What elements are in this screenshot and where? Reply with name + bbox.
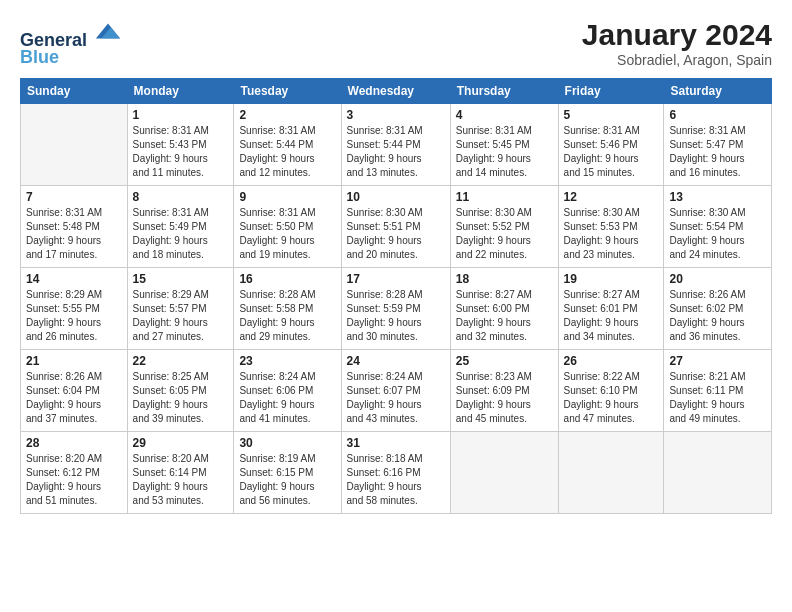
day-info: Sunrise: 8:31 AMSunset: 5:44 PMDaylight:…	[347, 124, 445, 180]
day-number: 23	[239, 354, 335, 368]
calendar-cell: 9Sunrise: 8:31 AMSunset: 5:50 PMDaylight…	[234, 186, 341, 268]
title-block: January 2024 Sobradiel, Aragon, Spain	[582, 18, 772, 68]
logo-icon	[94, 18, 122, 46]
calendar-cell: 16Sunrise: 8:28 AMSunset: 5:58 PMDayligh…	[234, 268, 341, 350]
day-info: Sunrise: 8:29 AMSunset: 5:57 PMDaylight:…	[133, 288, 229, 344]
calendar-cell: 23Sunrise: 8:24 AMSunset: 6:06 PMDayligh…	[234, 350, 341, 432]
day-number: 10	[347, 190, 445, 204]
day-number: 20	[669, 272, 766, 286]
day-number: 29	[133, 436, 229, 450]
day-info: Sunrise: 8:31 AMSunset: 5:43 PMDaylight:…	[133, 124, 229, 180]
calendar-cell: 25Sunrise: 8:23 AMSunset: 6:09 PMDayligh…	[450, 350, 558, 432]
day-info: Sunrise: 8:22 AMSunset: 6:10 PMDaylight:…	[564, 370, 659, 426]
day-info: Sunrise: 8:26 AMSunset: 6:02 PMDaylight:…	[669, 288, 766, 344]
day-number: 9	[239, 190, 335, 204]
day-info: Sunrise: 8:30 AMSunset: 5:53 PMDaylight:…	[564, 206, 659, 262]
day-number: 13	[669, 190, 766, 204]
day-info: Sunrise: 8:19 AMSunset: 6:15 PMDaylight:…	[239, 452, 335, 508]
day-number: 19	[564, 272, 659, 286]
day-info: Sunrise: 8:18 AMSunset: 6:16 PMDaylight:…	[347, 452, 445, 508]
calendar-cell: 19Sunrise: 8:27 AMSunset: 6:01 PMDayligh…	[558, 268, 664, 350]
day-info: Sunrise: 8:30 AMSunset: 5:54 PMDaylight:…	[669, 206, 766, 262]
calendar-cell: 12Sunrise: 8:30 AMSunset: 5:53 PMDayligh…	[558, 186, 664, 268]
day-number: 27	[669, 354, 766, 368]
day-number: 7	[26, 190, 122, 204]
day-info: Sunrise: 8:31 AMSunset: 5:48 PMDaylight:…	[26, 206, 122, 262]
calendar-cell	[450, 432, 558, 514]
day-info: Sunrise: 8:23 AMSunset: 6:09 PMDaylight:…	[456, 370, 553, 426]
day-number: 18	[456, 272, 553, 286]
day-info: Sunrise: 8:27 AMSunset: 6:01 PMDaylight:…	[564, 288, 659, 344]
calendar-cell: 17Sunrise: 8:28 AMSunset: 5:59 PMDayligh…	[341, 268, 450, 350]
logo-text: General	[20, 18, 122, 51]
day-number: 8	[133, 190, 229, 204]
calendar-cell: 31Sunrise: 8:18 AMSunset: 6:16 PMDayligh…	[341, 432, 450, 514]
day-number: 22	[133, 354, 229, 368]
calendar-cell: 21Sunrise: 8:26 AMSunset: 6:04 PMDayligh…	[21, 350, 128, 432]
calendar-week-row: 7Sunrise: 8:31 AMSunset: 5:48 PMDaylight…	[21, 186, 772, 268]
calendar-cell	[558, 432, 664, 514]
day-number: 6	[669, 108, 766, 122]
day-info: Sunrise: 8:20 AMSunset: 6:12 PMDaylight:…	[26, 452, 122, 508]
subtitle: Sobradiel, Aragon, Spain	[582, 52, 772, 68]
day-number: 21	[26, 354, 122, 368]
day-info: Sunrise: 8:31 AMSunset: 5:49 PMDaylight:…	[133, 206, 229, 262]
calendar-header-row: SundayMondayTuesdayWednesdayThursdayFrid…	[21, 79, 772, 104]
calendar-cell: 11Sunrise: 8:30 AMSunset: 5:52 PMDayligh…	[450, 186, 558, 268]
calendar: SundayMondayTuesdayWednesdayThursdayFrid…	[20, 78, 772, 514]
calendar-cell: 2Sunrise: 8:31 AMSunset: 5:44 PMDaylight…	[234, 104, 341, 186]
calendar-cell: 15Sunrise: 8:29 AMSunset: 5:57 PMDayligh…	[127, 268, 234, 350]
calendar-cell: 3Sunrise: 8:31 AMSunset: 5:44 PMDaylight…	[341, 104, 450, 186]
calendar-cell: 29Sunrise: 8:20 AMSunset: 6:14 PMDayligh…	[127, 432, 234, 514]
main-title: January 2024	[582, 18, 772, 52]
calendar-week-row: 21Sunrise: 8:26 AMSunset: 6:04 PMDayligh…	[21, 350, 772, 432]
day-number: 15	[133, 272, 229, 286]
day-number: 30	[239, 436, 335, 450]
calendar-cell: 7Sunrise: 8:31 AMSunset: 5:48 PMDaylight…	[21, 186, 128, 268]
day-number: 24	[347, 354, 445, 368]
day-info: Sunrise: 8:26 AMSunset: 6:04 PMDaylight:…	[26, 370, 122, 426]
calendar-cell: 14Sunrise: 8:29 AMSunset: 5:55 PMDayligh…	[21, 268, 128, 350]
day-header-friday: Friday	[558, 79, 664, 104]
day-header-wednesday: Wednesday	[341, 79, 450, 104]
day-info: Sunrise: 8:24 AMSunset: 6:06 PMDaylight:…	[239, 370, 335, 426]
day-number: 16	[239, 272, 335, 286]
day-number: 31	[347, 436, 445, 450]
day-number: 5	[564, 108, 659, 122]
day-header-monday: Monday	[127, 79, 234, 104]
day-info: Sunrise: 8:31 AMSunset: 5:50 PMDaylight:…	[239, 206, 335, 262]
logo: General Blue	[20, 18, 122, 68]
day-number: 26	[564, 354, 659, 368]
day-info: Sunrise: 8:30 AMSunset: 5:51 PMDaylight:…	[347, 206, 445, 262]
calendar-cell: 4Sunrise: 8:31 AMSunset: 5:45 PMDaylight…	[450, 104, 558, 186]
calendar-week-row: 1Sunrise: 8:31 AMSunset: 5:43 PMDaylight…	[21, 104, 772, 186]
calendar-cell: 27Sunrise: 8:21 AMSunset: 6:11 PMDayligh…	[664, 350, 772, 432]
day-info: Sunrise: 8:31 AMSunset: 5:44 PMDaylight:…	[239, 124, 335, 180]
calendar-week-row: 28Sunrise: 8:20 AMSunset: 6:12 PMDayligh…	[21, 432, 772, 514]
day-info: Sunrise: 8:28 AMSunset: 5:58 PMDaylight:…	[239, 288, 335, 344]
day-number: 14	[26, 272, 122, 286]
day-info: Sunrise: 8:20 AMSunset: 6:14 PMDaylight:…	[133, 452, 229, 508]
calendar-cell: 22Sunrise: 8:25 AMSunset: 6:05 PMDayligh…	[127, 350, 234, 432]
calendar-cell: 26Sunrise: 8:22 AMSunset: 6:10 PMDayligh…	[558, 350, 664, 432]
calendar-cell: 6Sunrise: 8:31 AMSunset: 5:47 PMDaylight…	[664, 104, 772, 186]
calendar-cell: 20Sunrise: 8:26 AMSunset: 6:02 PMDayligh…	[664, 268, 772, 350]
day-info: Sunrise: 8:27 AMSunset: 6:00 PMDaylight:…	[456, 288, 553, 344]
calendar-cell: 28Sunrise: 8:20 AMSunset: 6:12 PMDayligh…	[21, 432, 128, 514]
day-header-sunday: Sunday	[21, 79, 128, 104]
day-info: Sunrise: 8:31 AMSunset: 5:47 PMDaylight:…	[669, 124, 766, 180]
calendar-cell: 13Sunrise: 8:30 AMSunset: 5:54 PMDayligh…	[664, 186, 772, 268]
calendar-cell: 8Sunrise: 8:31 AMSunset: 5:49 PMDaylight…	[127, 186, 234, 268]
day-header-thursday: Thursday	[450, 79, 558, 104]
header: General Blue January 2024 Sobradiel, Ara…	[20, 18, 772, 68]
day-number: 3	[347, 108, 445, 122]
day-info: Sunrise: 8:31 AMSunset: 5:46 PMDaylight:…	[564, 124, 659, 180]
calendar-cell: 18Sunrise: 8:27 AMSunset: 6:00 PMDayligh…	[450, 268, 558, 350]
calendar-week-row: 14Sunrise: 8:29 AMSunset: 5:55 PMDayligh…	[21, 268, 772, 350]
day-number: 17	[347, 272, 445, 286]
calendar-cell	[21, 104, 128, 186]
day-number: 25	[456, 354, 553, 368]
day-number: 4	[456, 108, 553, 122]
day-info: Sunrise: 8:25 AMSunset: 6:05 PMDaylight:…	[133, 370, 229, 426]
day-number: 11	[456, 190, 553, 204]
